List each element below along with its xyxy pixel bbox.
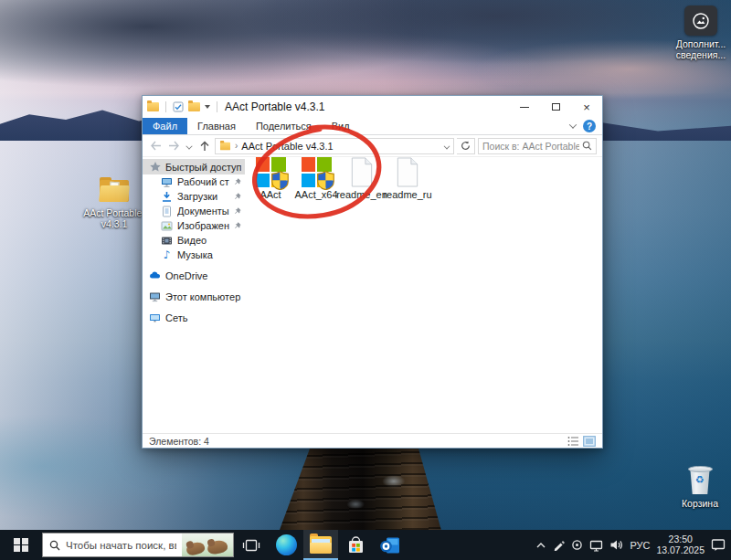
action-center-icon[interactable] — [711, 538, 726, 552]
properties-check-icon[interactable] — [173, 101, 184, 112]
sidebar-item-desktop[interactable]: Рабочий стол — [143, 174, 245, 189]
window-title: AAct Portable v4.3.1 — [225, 100, 324, 113]
onedrive-cloud-icon — [149, 269, 161, 281]
file-item-readme-en[interactable]: readme_en — [342, 157, 382, 200]
windows-logo-app-icon — [302, 157, 332, 187]
sidebar-item-videos[interactable]: Видео — [143, 233, 245, 248]
search-highlight-image[interactable] — [182, 534, 233, 556]
task-view-icon — [242, 538, 260, 553]
windows-logo-app-icon — [256, 157, 286, 187]
volume-icon[interactable] — [609, 539, 623, 551]
edge-button[interactable] — [269, 530, 303, 560]
sidebar-item-network[interactable]: Сеть — [143, 310, 245, 325]
pictures-icon — [161, 220, 173, 232]
sidebar-item-quick-access[interactable]: Быстрый доступ — [143, 159, 245, 174]
thumbnail-view-icon[interactable] — [583, 436, 596, 447]
recycle-symbol-icon: ♻ — [695, 474, 705, 486]
network-icon — [149, 312, 161, 323]
sync-icon[interactable] — [571, 539, 583, 551]
system-tray: РУС 23:50 13.07.2025 — [535, 530, 731, 560]
sidebar-item-pictures[interactable]: Изображения — [143, 218, 245, 233]
pin-icon[interactable] — [234, 193, 241, 200]
navigation-pane: Быстрый доступ Рабочий стол Загрузки — [143, 157, 245, 433]
address-dropdown-icon[interactable] — [444, 143, 450, 149]
file-item-aact[interactable]: AAct — [250, 157, 291, 200]
maximize-button[interactable] — [540, 96, 571, 118]
recent-locations-icon[interactable] — [185, 138, 194, 154]
ribbon-tabs: Файл Главная Поделиться Вид ? — [143, 118, 602, 135]
close-button[interactable]: × — [571, 96, 602, 118]
explorer-search-input[interactable] — [482, 141, 579, 152]
star-icon — [149, 161, 161, 173]
refresh-button[interactable] — [457, 138, 475, 154]
desktop-icon-label: Корзина — [682, 498, 718, 509]
breadcrumb-separator: › — [235, 141, 238, 151]
language-indicator[interactable]: РУС — [630, 540, 650, 551]
desktop-icon-aact-folder[interactable]: AAct Portable- v4.3.1 — [82, 177, 146, 229]
file-explorer-icon — [310, 536, 332, 554]
tab-share[interactable]: Поделиться — [246, 118, 322, 134]
sidebar-item-downloads[interactable]: Загрузки — [143, 189, 245, 204]
file-item-readme-ru[interactable]: readme_ru — [387, 157, 428, 200]
photos-app-icon — [684, 5, 717, 36]
network-tray-icon[interactable] — [589, 539, 603, 552]
search-icon — [49, 540, 60, 551]
video-icon — [161, 235, 173, 247]
ribbon-collapse-icon[interactable] — [569, 121, 577, 128]
window-folder-icon — [147, 102, 159, 111]
desktop-icon-label: Дополнит... сведения... — [676, 38, 726, 60]
task-view-button[interactable] — [234, 530, 269, 560]
taskbar: РУС 23:50 13.07.2025 — [0, 530, 731, 560]
pen-icon[interactable] — [553, 539, 565, 551]
outlook-button[interactable] — [373, 530, 408, 560]
recycle-bin-icon: ♻ — [688, 466, 713, 495]
documents-icon — [161, 206, 173, 217]
taskbar-search-input[interactable] — [66, 540, 176, 551]
pin-icon[interactable] — [234, 207, 241, 215]
sidebar-item-music[interactable]: ♪ Музыка — [143, 248, 245, 262]
breadcrumb[interactable]: AAct Portable v4.3.1 — [241, 141, 333, 152]
file-list: AAct AAct_x64 readme_en — [245, 157, 602, 433]
sidebar-item-documents[interactable]: Документы — [143, 204, 245, 218]
explorer-search[interactable] — [478, 138, 597, 154]
breadcrumb-folder-icon — [220, 142, 230, 150]
store-button[interactable] — [338, 530, 373, 560]
tray-expand-icon[interactable] — [535, 540, 546, 551]
qat-dropdown-icon[interactable] — [205, 105, 210, 109]
sidebar-item-onedrive[interactable]: OneDrive — [143, 268, 245, 283]
clock[interactable]: 23:50 13.07.2025 — [656, 534, 705, 555]
clock-date: 13.07.2025 — [656, 545, 705, 556]
sidebar-item-this-pc[interactable]: Этот компьютер — [143, 289, 245, 304]
tab-view[interactable]: Вид — [322, 118, 360, 134]
photo-glyph-icon — [692, 12, 710, 30]
up-button[interactable] — [196, 138, 212, 154]
details-view-icon[interactable] — [567, 436, 579, 447]
music-note-icon: ♪ — [161, 249, 173, 261]
pin-icon[interactable] — [234, 222, 241, 229]
text-file-icon — [348, 157, 376, 187]
desktop-icon — [161, 176, 173, 188]
minimize-button[interactable] — [509, 96, 540, 118]
address-bar[interactable]: › AAct Portable v4.3.1 — [215, 138, 454, 154]
search-icon — [582, 141, 592, 151]
file-item-aact-x64[interactable]: AAct_x64 — [296, 157, 336, 200]
forward-button[interactable] — [166, 138, 182, 154]
tab-home[interactable]: Главная — [187, 118, 246, 134]
taskbar-search[interactable] — [42, 533, 234, 557]
title-bar: AAct Portable v4.3.1 × — [143, 96, 602, 118]
uac-shield-icon — [271, 171, 289, 190]
back-button[interactable] — [148, 138, 164, 154]
new-folder-icon[interactable] — [188, 102, 200, 111]
desktop-icon-recycle-bin[interactable]: ♻ Корзина — [673, 466, 726, 509]
start-button[interactable] — [0, 530, 42, 560]
uac-shield-icon — [317, 171, 334, 190]
items-count: Элементов: 4 — [149, 436, 209, 447]
outlook-icon — [379, 535, 401, 555]
pin-icon[interactable] — [234, 178, 241, 185]
store-icon — [346, 534, 366, 555]
tab-file[interactable]: Файл — [143, 118, 187, 134]
desktop-icon-info[interactable]: Дополнит... сведения... — [673, 5, 729, 60]
help-icon[interactable]: ? — [583, 120, 596, 132]
file-explorer-button[interactable] — [303, 530, 338, 560]
quick-access-toolbar — [147, 101, 219, 112]
